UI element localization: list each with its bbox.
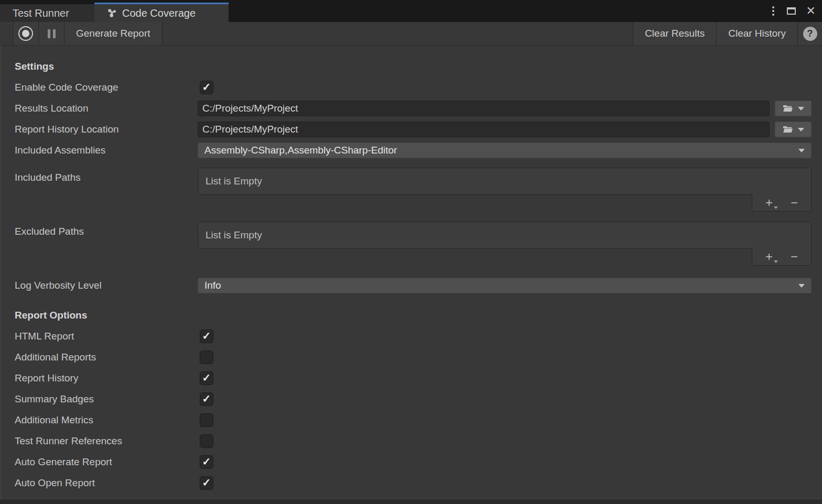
list-empty-text: List is Empty — [206, 176, 262, 187]
pause-recording-button[interactable] — [39, 22, 64, 45]
tab-code-coverage[interactable]: Code Coverage — [94, 3, 229, 22]
report-history-location-label: Report History Location — [0, 124, 198, 135]
chevron-down-icon — [798, 284, 805, 288]
additional-reports-row: Additional Reports ✓ — [0, 347, 812, 368]
list-empty-text: List is Empty — [206, 229, 262, 241]
add-excluded-path-button[interactable]: + — [762, 250, 776, 263]
help-icon: ? — [803, 27, 817, 41]
settings-header-row: Settings — [0, 56, 812, 77]
included-paths-label: Included Paths — [0, 168, 198, 183]
report-history-row: Report History ✓ — [0, 368, 812, 389]
tab-test-runner[interactable]: Test Runner — [0, 4, 94, 22]
checkmark-icon: ✓ — [202, 393, 211, 404]
log-verbosity-dropdown[interactable]: Info — [198, 278, 812, 293]
test-runner-references-label: Test Runner References — [0, 435, 198, 447]
auto-generate-report-row: Auto Generate Report ✓ — [0, 452, 812, 473]
checkmark-icon: ✓ — [202, 456, 211, 467]
additional-reports-label: Additional Reports — [0, 352, 198, 363]
report-history-location-row: Report History Location — [0, 119, 812, 140]
generate-report-button[interactable]: Generate Report — [64, 22, 163, 45]
kebab-menu-icon[interactable] — [770, 4, 776, 18]
code-coverage-panel: Settings Enable Code Coverage ✓ Results … — [0, 46, 822, 494]
auto-open-report-checkbox[interactable]: ✓ — [200, 476, 213, 490]
summary-badges-label: Summary Badges — [0, 393, 198, 405]
log-verbosity-label: Log Verbosity Level — [0, 280, 198, 291]
toolbar-spacer — [0, 22, 13, 45]
help-button[interactable]: ? — [798, 22, 822, 45]
code-coverage-icon — [107, 8, 117, 18]
report-history-location-folder-button[interactable] — [775, 122, 812, 137]
remove-excluded-path-button[interactable]: − — [787, 250, 801, 263]
add-included-path-button[interactable]: + — [762, 196, 776, 209]
checkmark-icon: ✓ — [202, 82, 211, 92]
included-assemblies-value: Assembly-CSharp,Assembly-CSharp-Editor — [204, 145, 798, 156]
included-paths-row: Included Paths List is Empty + − — [0, 168, 812, 212]
summary-badges-checkbox[interactable]: ✓ — [200, 392, 213, 406]
checkmark-icon: ✓ — [202, 477, 211, 488]
remove-included-path-button[interactable]: − — [787, 196, 801, 209]
results-location-folder-button[interactable] — [775, 101, 812, 116]
toolbar-fill — [163, 22, 634, 45]
auto-open-report-label: Auto Open Report — [0, 477, 198, 489]
auto-open-report-row: Auto Open Report ✓ — [0, 473, 812, 494]
report-history-checkbox[interactable]: ✓ — [200, 371, 213, 385]
chevron-down-icon — [798, 107, 804, 111]
report-options-header: Report Options — [0, 310, 198, 321]
excluded-paths-list-footer: + − — [752, 248, 812, 266]
chevron-down-icon — [774, 206, 778, 209]
auto-generate-report-label: Auto Generate Report — [0, 456, 198, 468]
window-controls: ✕ — [770, 0, 816, 22]
record-icon — [18, 26, 33, 41]
enable-code-coverage-checkbox[interactable]: ✓ — [200, 81, 213, 94]
chevron-down-icon — [798, 149, 805, 152]
folder-icon — [783, 104, 793, 113]
results-location-input[interactable] — [198, 101, 770, 116]
window-tab-bar: Test Runner Code Coverage ✕ — [0, 0, 822, 22]
close-icon[interactable]: ✕ — [806, 5, 816, 17]
included-assemblies-dropdown[interactable]: Assembly-CSharp,Assembly-CSharp-Editor — [198, 143, 812, 158]
plus-icon: + — [765, 249, 773, 264]
checkmark-icon: ✓ — [202, 372, 211, 383]
minus-icon: − — [791, 195, 798, 210]
enable-code-coverage-row: Enable Code Coverage ✓ — [0, 77, 812, 98]
maximize-icon[interactable] — [787, 7, 796, 15]
pause-icon — [48, 29, 56, 38]
included-paths-list[interactable]: List is Empty — [198, 168, 812, 195]
log-verbosity-row: Log Verbosity Level Info — [0, 275, 812, 296]
html-report-row: HTML Report ✓ — [0, 326, 812, 347]
results-location-row: Results Location — [0, 98, 812, 119]
report-history-location-input[interactable] — [198, 122, 770, 137]
test-runner-references-checkbox[interactable]: ✓ — [200, 434, 213, 448]
additional-metrics-label: Additional Metrics — [0, 414, 198, 426]
report-history-label: Report History — [0, 372, 198, 384]
toolbar: Generate Report Clear Results Clear Hist… — [0, 22, 822, 46]
report-options-header-row: Report Options — [0, 305, 812, 326]
minus-icon: − — [791, 249, 798, 264]
clear-results-button[interactable]: Clear Results — [633, 22, 717, 45]
html-report-checkbox[interactable]: ✓ — [200, 330, 213, 343]
tab-label: Code Coverage — [122, 7, 196, 19]
chevron-down-icon — [774, 260, 778, 263]
excluded-paths-list[interactable]: List is Empty — [198, 222, 812, 249]
summary-badges-row: Summary Badges ✓ — [0, 389, 812, 410]
additional-reports-checkbox[interactable]: ✓ — [200, 350, 213, 364]
included-assemblies-row: Included Assemblies Assembly-CSharp,Asse… — [0, 140, 812, 161]
tab-label: Test Runner — [13, 7, 69, 19]
excluded-paths-label: Excluded Paths — [0, 222, 198, 237]
test-runner-references-row: Test Runner References ✓ — [0, 431, 812, 452]
auto-generate-report-checkbox[interactable]: ✓ — [200, 455, 213, 469]
html-report-label: HTML Report — [0, 331, 198, 342]
included-assemblies-label: Included Assemblies — [0, 145, 198, 156]
log-verbosity-value: Info — [204, 280, 798, 291]
results-location-label: Results Location — [0, 103, 198, 114]
start-recording-button[interactable] — [13, 22, 39, 45]
enable-code-coverage-label: Enable Code Coverage — [0, 82, 198, 93]
window-bottom-edge — [0, 499, 822, 504]
clear-history-button[interactable]: Clear History — [717, 22, 798, 45]
folder-icon — [783, 125, 793, 134]
excluded-paths-row: Excluded Paths List is Empty + − — [0, 222, 812, 266]
additional-metrics-checkbox[interactable]: ✓ — [200, 413, 213, 427]
additional-metrics-row: Additional Metrics ✓ — [0, 410, 812, 431]
included-paths-list-footer: + − — [752, 194, 812, 212]
chevron-down-icon — [798, 128, 804, 132]
